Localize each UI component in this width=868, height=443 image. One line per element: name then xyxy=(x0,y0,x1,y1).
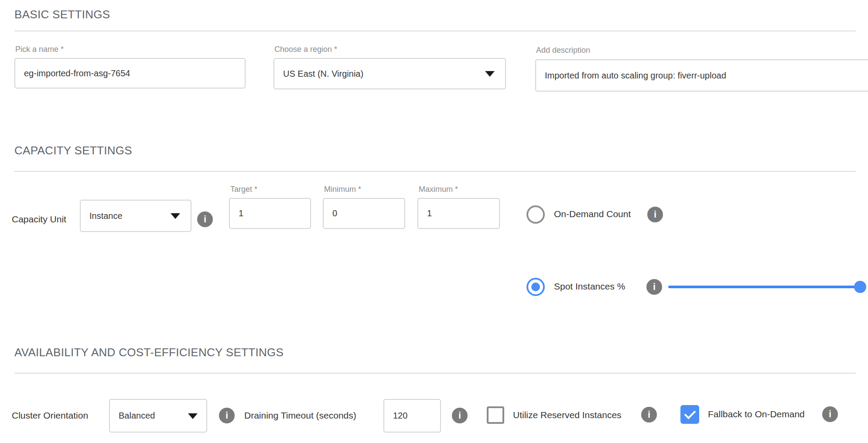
target-input[interactable]: 1 xyxy=(229,198,311,229)
info-icon[interactable]: i xyxy=(822,406,838,422)
pick-name-label: Pick a name * xyxy=(15,45,64,54)
description-input-value: Imported from auto scaling group: fiverr… xyxy=(545,71,726,81)
draining-timeout-label: Draining Timeout (seconds) xyxy=(244,410,356,421)
section-divider xyxy=(14,31,856,31)
name-input-value: eg-imported-from-asg-7654 xyxy=(24,68,130,78)
info-icon[interactable]: i xyxy=(197,211,213,227)
utilize-reserved-instances-checkbox[interactable] xyxy=(487,406,504,424)
description-label: Add description xyxy=(536,46,590,55)
cluster-orientation-select[interactable]: Balanced xyxy=(109,399,207,433)
elastigroup-settings-form: { "colors": { "accent_blue": "#4b8ff5", … xyxy=(0,0,868,443)
minimum-input-value: 0 xyxy=(332,208,337,218)
fallback-on-demand-label: Fallback to On-Demand xyxy=(708,409,805,419)
basic-settings-title: BASIC SETTINGS xyxy=(14,8,110,21)
minimum-label: Minimum * xyxy=(324,185,361,194)
draining-timeout-value: 120 xyxy=(393,411,407,421)
availability-settings-title: AVAILABILITY AND COST-EFFICIENCY SETTING… xyxy=(14,346,284,359)
capacity-unit-select[interactable]: Instance xyxy=(80,200,191,232)
target-input-value: 1 xyxy=(239,208,243,218)
info-icon[interactable]: i xyxy=(646,279,662,295)
info-icon[interactable]: i xyxy=(219,408,235,423)
capacity-settings-title: CAPACITY SETTINGS xyxy=(14,144,132,157)
capacity-unit-value: Instance xyxy=(89,211,123,221)
spot-percentage-slider[interactable] xyxy=(668,286,860,288)
name-input[interactable]: eg-imported-from-asg-7654 xyxy=(14,58,246,89)
info-icon[interactable]: i xyxy=(647,207,663,222)
description-input[interactable]: Imported from auto scaling group: fiverr… xyxy=(535,59,868,92)
maximum-input[interactable]: 1 xyxy=(417,198,500,229)
chevron-down-icon xyxy=(171,213,180,219)
chevron-down-icon xyxy=(485,71,495,77)
radio-selected-dot xyxy=(531,283,540,291)
checkmark-icon xyxy=(684,408,696,419)
section-divider xyxy=(14,171,856,172)
target-label: Target * xyxy=(230,185,257,194)
chevron-down-icon xyxy=(188,413,198,419)
region-select-value: US East (N. Virginia) xyxy=(283,69,363,79)
minimum-input[interactable]: 0 xyxy=(323,198,405,229)
cluster-orientation-label: Cluster Orientation xyxy=(12,410,88,421)
spot-instances-radio[interactable] xyxy=(526,278,545,296)
info-icon[interactable]: i xyxy=(641,407,657,423)
capacity-unit-label: Capacity Unit xyxy=(12,214,66,225)
spot-instances-label: Spot Instances % xyxy=(554,281,625,292)
region-label: Choose a region * xyxy=(274,45,337,54)
utilize-reserved-instances-label: Utilize Reserved Instances xyxy=(513,410,622,420)
spot-percentage-slider-handle[interactable] xyxy=(854,281,866,293)
info-icon[interactable]: i xyxy=(452,408,468,423)
maximum-label: Maximum * xyxy=(419,185,458,194)
fallback-on-demand-checkbox[interactable] xyxy=(680,405,699,424)
on-demand-count-radio[interactable] xyxy=(526,205,545,224)
section-divider xyxy=(14,373,856,374)
maximum-input-value: 1 xyxy=(427,208,432,218)
on-demand-count-label: On-Demand Count xyxy=(554,209,631,219)
region-select[interactable]: US East (N. Virginia) xyxy=(273,58,506,89)
cluster-orientation-value: Balanced xyxy=(119,411,155,421)
draining-timeout-input[interactable]: 120 xyxy=(383,399,441,433)
